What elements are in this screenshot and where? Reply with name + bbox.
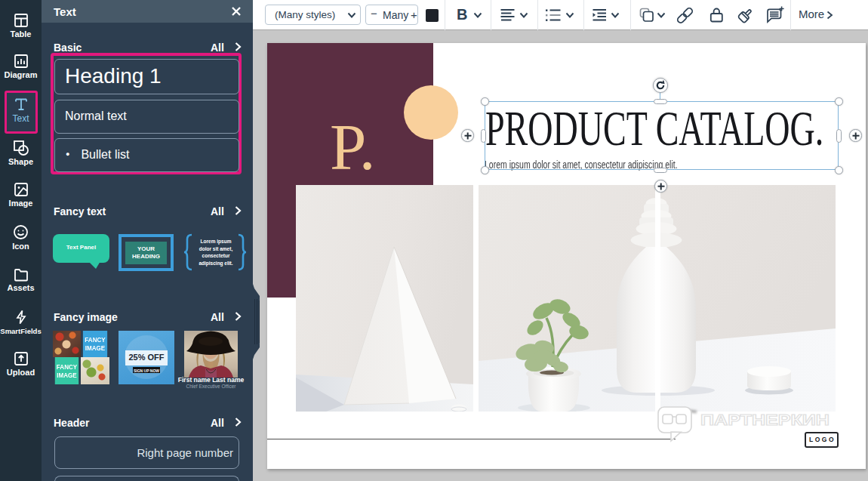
svg-text:ПАРТНЕРКИН: ПАРТНЕРКИН: [700, 411, 830, 428]
